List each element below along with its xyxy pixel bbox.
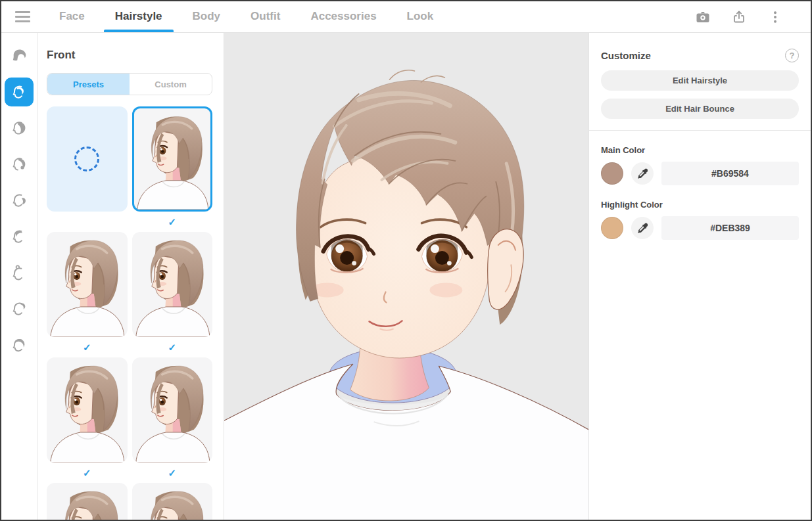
- main-content: Front Presets Custom ✓: [1, 33, 811, 520]
- main-color-eyedropper-icon[interactable]: [631, 162, 654, 185]
- preset-avatar-thumbnail: [47, 232, 128, 337]
- edit-hair-bounce-button[interactable]: Edit Hair Bounce: [601, 99, 799, 119]
- hairstyle-preset-thumbnail[interactable]: [47, 357, 128, 463]
- main-color-hex-field[interactable]: #B69584: [661, 162, 799, 185]
- preset-avatar-thumbnail: [47, 483, 128, 520]
- hairstyle-preset-thumbnail[interactable]: [132, 357, 213, 463]
- avatar-viewport[interactable]: [224, 33, 588, 520]
- hamburger-menu-icon[interactable]: [15, 9, 31, 25]
- preset-grid: ✓ ✓ ✓ ✓: [47, 106, 212, 520]
- preset-checkmark: ✓: [132, 463, 213, 483]
- camera-icon[interactable]: [695, 9, 711, 25]
- tab-hairstyle[interactable]: Hairstyle: [100, 1, 178, 32]
- tab-look[interactable]: Look: [392, 1, 449, 32]
- hairstyle-preset-thumbnail[interactable]: [47, 106, 128, 212]
- highlight-color-eyedropper-icon[interactable]: [631, 217, 654, 239]
- presets-custom-switch: Presets Custom: [47, 73, 212, 95]
- hair-category-rail: [1, 33, 37, 520]
- preset-checkmark: ✓: [47, 337, 128, 357]
- category-bun-icon[interactable]: [5, 294, 34, 323]
- divider: [589, 130, 811, 131]
- topbar-actions: [695, 9, 783, 25]
- edit-hairstyle-button[interactable]: Edit Hairstyle: [601, 70, 799, 91]
- kebab-menu-icon[interactable]: [767, 9, 783, 25]
- hairstyle-preset-thumbnail[interactable]: [47, 483, 128, 520]
- help-icon[interactable]: ?: [785, 49, 799, 62]
- panel-title: Front: [47, 49, 212, 62]
- presets-panel: Front Presets Custom ✓: [37, 33, 224, 520]
- category-ponytail-icon[interactable]: [5, 186, 34, 215]
- highlight-color-swatch[interactable]: [601, 217, 623, 239]
- category-hairstyle-all-icon[interactable]: [5, 41, 34, 70]
- preset-avatar-thumbnail: [134, 108, 211, 210]
- tab-presets[interactable]: Presets: [47, 74, 130, 95]
- hairstyle-preset-thumbnail[interactable]: [47, 232, 128, 337]
- main-color-label: Main Color: [601, 145, 799, 155]
- category-front-hair-icon[interactable]: [5, 78, 34, 106]
- preset-avatar-thumbnail: [132, 232, 213, 337]
- customize-panel: Customize ? Edit Hairstyle Edit Hair Bou…: [588, 33, 811, 520]
- category-base-hair-icon[interactable]: [5, 330, 34, 359]
- preset-checkmark: [47, 212, 128, 232]
- preset-avatar-thumbnail: [47, 357, 128, 463]
- category-loose-strands-icon[interactable]: [5, 222, 34, 251]
- customize-title: Customize: [601, 50, 651, 61]
- preset-avatar-thumbnail: [132, 357, 213, 463]
- highlight-color-hex-field[interactable]: #DEB389: [661, 216, 799, 240]
- tab-body[interactable]: Body: [178, 1, 236, 32]
- category-side-hair-icon[interactable]: [5, 114, 34, 143]
- category-ahoge-icon[interactable]: [5, 258, 34, 287]
- hairstyle-preset-thumbnail[interactable]: [132, 483, 213, 520]
- preset-checkmark: ✓: [132, 337, 213, 357]
- tab-custom[interactable]: Custom: [130, 74, 212, 95]
- tab-outfit[interactable]: Outfit: [235, 1, 295, 32]
- preset-avatar-thumbnail: [132, 483, 213, 520]
- highlight-color-label: Highlight Color: [601, 200, 799, 210]
- hairstyle-preset-thumbnail[interactable]: [132, 106, 213, 212]
- preset-checkmark: ✓: [47, 463, 128, 483]
- app-window: Face Hairstyle Body Outfit Accessories L…: [0, 0, 812, 521]
- no-hair-dashed-circle-icon: [74, 147, 99, 171]
- tab-face[interactable]: Face: [44, 1, 100, 32]
- tab-accessories[interactable]: Accessories: [295, 1, 391, 32]
- avatar-3d-model: [224, 33, 588, 520]
- main-color-swatch[interactable]: [601, 162, 623, 185]
- preset-checkmark: ✓: [132, 212, 213, 232]
- main-tabs: Face Hairstyle Body Outfit Accessories L…: [44, 1, 448, 32]
- top-bar: Face Hairstyle Body Outfit Accessories L…: [1, 1, 811, 33]
- export-icon[interactable]: [731, 9, 747, 25]
- category-back-hair-icon[interactable]: [5, 150, 34, 179]
- hairstyle-preset-thumbnail[interactable]: [132, 232, 213, 337]
